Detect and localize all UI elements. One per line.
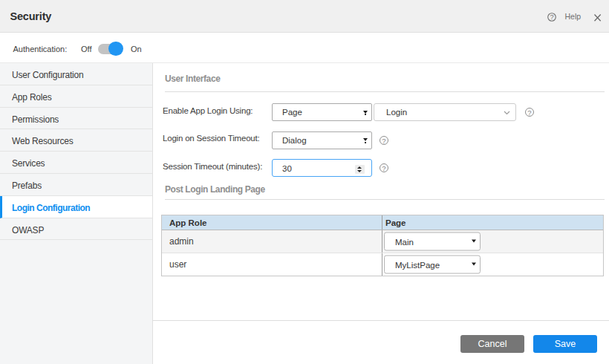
svg-text:?: ? [550, 13, 553, 21]
